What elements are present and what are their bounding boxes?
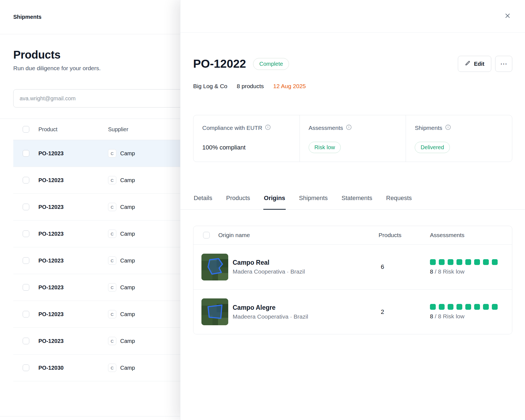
risk-rest: / 8 Risk low [435, 268, 464, 275]
tab[interactable]: Products [225, 195, 251, 210]
tab[interactable]: Shipments [298, 195, 328, 210]
status-badge: Complete [253, 58, 289, 70]
order-detail-drawer: PO-12022 Complete Edit ⋯ Big Log & Co 8 … [180, 0, 525, 420]
product-id: PO-12023 [38, 284, 108, 291]
title-row: PO-12022 Complete Edit ⋯ [193, 56, 512, 72]
risk-square [456, 259, 462, 265]
supplier-name: Camp [120, 365, 135, 371]
stat-assessments: Assessments Risk low [300, 115, 406, 162]
tab[interactable]: Statements [341, 195, 373, 210]
order-meta: Big Log & Co 8 products 12 Aug 2025 [193, 83, 512, 90]
product-id: PO-12023 [38, 231, 108, 237]
row-checkbox[interactable] [23, 284, 29, 291]
info-icon[interactable] [445, 124, 451, 131]
origins-table-header: Origin name Products Assessments [193, 226, 512, 245]
info-icon[interactable] [346, 124, 352, 131]
stat-compliance-label: Compliance with EUTR [202, 125, 262, 131]
product-id: PO-12023 [38, 311, 108, 317]
column-header-product: Product [38, 126, 108, 133]
risk-square [465, 259, 471, 265]
risk-square [474, 259, 480, 265]
product-id: PO-12023 [38, 204, 108, 210]
row-checkbox[interactable] [23, 257, 29, 264]
origin-assessments: 8 / 8 Risk low [430, 304, 512, 320]
app-root: Shipments Products Run due diligence for… [0, 0, 525, 420]
risk-square [439, 259, 445, 265]
row-checkbox[interactable] [23, 204, 29, 210]
risk-square [430, 259, 436, 265]
supplier-cell: C Camp [108, 337, 135, 345]
supplier-cell: C Camp [108, 310, 135, 318]
select-all-checkbox[interactable] [23, 126, 29, 133]
row-checkbox[interactable] [23, 364, 29, 371]
stat-shipments: Shipments Delivered [406, 115, 512, 162]
supplier-name: Camp [120, 338, 135, 344]
origin-assessments: 8 / 8 Risk low [430, 259, 512, 275]
meta-products-count: 8 products [237, 83, 264, 90]
stat-compliance: Compliance with EUTR 100% compliant [193, 115, 300, 162]
origin-info: Campo Real Madera Cooperativa · Brazil [233, 259, 379, 275]
risk-count: 8 [430, 313, 433, 319]
risk-square [474, 304, 480, 310]
row-checkbox[interactable] [23, 150, 29, 157]
close-icon [504, 12, 511, 20]
origins-select-all-checkbox[interactable] [203, 232, 210, 238]
meta-supplier: Big Log & Co [193, 83, 227, 90]
supplier-avatar: C [108, 149, 116, 158]
risk-count: 8 [430, 268, 433, 275]
supplier-name: Camp [120, 284, 135, 291]
edit-button[interactable]: Edit [458, 56, 491, 72]
delivery-badge: Delivered [415, 142, 450, 153]
row-checkbox[interactable] [23, 311, 29, 317]
risk-badge: Risk low [309, 142, 341, 153]
supplier-cell: C Camp [108, 283, 135, 292]
supplier-cell: C Camp [108, 176, 135, 184]
supplier-name: Camp [120, 311, 135, 317]
risk-square [492, 304, 498, 310]
supplier-cell: C Camp [108, 203, 135, 211]
risk-square [439, 304, 445, 310]
origin-row[interactable]: Campo Real Madera Cooperativa · Brazil 6 [193, 245, 512, 289]
row-checkbox[interactable] [23, 338, 29, 344]
search-input[interactable] [13, 89, 207, 107]
row-checkbox[interactable] [23, 177, 29, 183]
supplier-avatar: C [108, 364, 116, 372]
supplier-name: Camp [120, 258, 135, 264]
origin-map-thumbnail [201, 254, 228, 280]
supplier-cell: C Camp [108, 256, 135, 265]
supplier-name: Camp [120, 231, 135, 237]
origin-products-count: 6 [379, 263, 430, 271]
risk-squares [430, 304, 512, 310]
supplier-cell: C Camp [108, 364, 135, 372]
column-header-origin-name: Origin name [218, 232, 379, 238]
supplier-avatar: C [108, 337, 116, 345]
origins-table-body: Campo Real Madera Cooperativa · Brazil 6 [193, 245, 512, 334]
product-id: PO-12023 [38, 258, 108, 264]
stat-assessments-label: Assessments [309, 125, 343, 131]
product-id: PO-12023 [38, 338, 108, 344]
tab[interactable]: Details [193, 195, 213, 210]
risk-square [483, 259, 489, 265]
risk-square [430, 304, 436, 310]
edit-button-label: Edit [474, 61, 484, 67]
close-button[interactable] [501, 10, 514, 23]
supplier-avatar: C [108, 283, 116, 292]
product-id: PO-12023 [38, 177, 108, 183]
origin-location: Madeera Cooperativa · Brazil [233, 313, 379, 320]
tab[interactable]: Requests [385, 195, 412, 210]
info-icon[interactable] [265, 124, 271, 131]
supplier-avatar: C [108, 256, 116, 265]
nav-item-shipments[interactable]: Shipments [13, 14, 41, 20]
more-button[interactable]: ⋯ [495, 56, 512, 72]
supplier-avatar: C [108, 310, 116, 318]
risk-summary: 8 / 8 Risk low [430, 313, 512, 320]
origin-info: Campo Alegre Madeera Cooperativa · Brazi… [233, 304, 379, 320]
row-checkbox[interactable] [23, 230, 29, 237]
origin-products-count: 2 [379, 308, 430, 316]
tab[interactable]: Origins [263, 195, 286, 210]
supplier-cell: C Camp [108, 230, 135, 238]
column-header-supplier: Supplier [108, 126, 128, 133]
risk-squares [430, 259, 512, 265]
stats-card: Compliance with EUTR 100% compliant Asse… [193, 115, 512, 162]
origin-row[interactable]: Campo Alegre Madeera Cooperativa · Brazi… [193, 289, 512, 334]
